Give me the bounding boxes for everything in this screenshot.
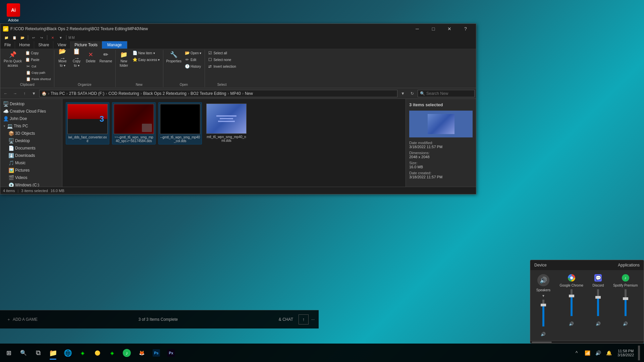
- speakers-mute-button[interactable]: 🔊: [541, 332, 546, 337]
- taskbar-photoshop[interactable]: Ps: [149, 346, 164, 360]
- new-item-button[interactable]: 📄 New item ▾: [131, 50, 161, 56]
- tray-network-icon[interactable]: 📶: [583, 346, 592, 360]
- nav-item-pictures[interactable]: 🖼️ Pictures: [0, 167, 62, 174]
- spotify-thumb[interactable]: [623, 297, 628, 300]
- nav-item-3d-objects[interactable]: 📦 3D Objects: [0, 130, 62, 137]
- tray-battery-icon[interactable]: 🔔: [604, 346, 613, 360]
- path-cod-retexturing[interactable]: COD Retexturing: [108, 91, 139, 96]
- select-all-button[interactable]: ☑ Select all: [206, 50, 228, 56]
- spotify-mute-button[interactable]: 🔊: [623, 321, 628, 326]
- select-none-button[interactable]: ☐ Select none: [206, 57, 232, 63]
- path-this-pc[interactable]: This PC: [51, 91, 65, 96]
- tray-volume-icon[interactable]: 🔊: [593, 346, 603, 360]
- add-game-button[interactable]: ＋ ADD A GAME: [4, 315, 40, 324]
- speakers-thumb[interactable]: [541, 304, 546, 306]
- taskbar-photoshop2[interactable]: Px: [164, 346, 178, 360]
- delete-button[interactable]: ✕ Delete: [84, 50, 97, 64]
- discord-slider[interactable]: [597, 289, 599, 316]
- file-item-dds3[interactable]: mtl_t6_wpn_smg_mp40_nml.dds: [205, 102, 248, 144]
- search-box[interactable]: 🔍: [418, 90, 475, 97]
- taskbar-razer[interactable]: ◈: [75, 346, 90, 360]
- taskbar-edge[interactable]: 🌐: [60, 346, 75, 360]
- nav-item-desktop-sub[interactable]: 🖥️ Desktop: [0, 137, 62, 144]
- maximize-button[interactable]: □: [426, 24, 441, 34]
- minimize-button[interactable]: ─: [410, 24, 425, 34]
- clock-area[interactable]: 11:58 PM 3/18/2022: [615, 349, 637, 357]
- refresh-button[interactable]: ↻: [408, 89, 416, 98]
- back-button[interactable]: ←: [2, 89, 10, 98]
- close-button[interactable]: ✕: [442, 24, 457, 34]
- scroll-thumb[interactable]: [532, 342, 552, 343]
- discord-mute-button[interactable]: 🔊: [596, 321, 601, 326]
- taskbar-search-button[interactable]: 🔍: [16, 346, 31, 360]
- pin-to-quick-access-button[interactable]: 📌 Pin to Quick access: [2, 50, 23, 68]
- path-new[interactable]: New: [245, 91, 253, 96]
- nav-item-music[interactable]: 🎵 Music: [0, 159, 62, 167]
- address-dropdown-button[interactable]: ▼: [399, 89, 407, 98]
- nav-item-windows-c[interactable]: 💿 Windows (C:): [0, 181, 62, 187]
- tab-file[interactable]: File: [0, 41, 15, 49]
- start-button[interactable]: ⊞: [1, 346, 16, 360]
- taskbar-overwolf[interactable]: 🦊: [134, 346, 149, 360]
- open-button[interactable]: 📂 Open ▾: [183, 50, 203, 56]
- move-to-button[interactable]: 📂→ Move to ▾: [56, 50, 69, 68]
- chrome-slider[interactable]: [571, 289, 573, 316]
- copy-button[interactable]: 📋 Copy: [24, 50, 52, 56]
- copy-path-button[interactable]: 📋 Copy path: [24, 70, 52, 76]
- speakers-dropdown[interactable]: ▼: [542, 294, 545, 298]
- tab-share[interactable]: Share: [34, 41, 53, 49]
- show-desktop-button[interactable]: [638, 346, 640, 360]
- taskbar-file-explorer[interactable]: 📁: [46, 346, 60, 360]
- history-button[interactable]: 🕐 History: [183, 63, 203, 69]
- spotify-slider[interactable]: [625, 289, 627, 316]
- chrome-mute-button[interactable]: 🔊: [569, 321, 574, 326]
- file-item-dds2[interactable]: --gmtl_t6_wpn_smg_mp40_col.dds: [158, 102, 202, 144]
- properties-button[interactable]: 🔧 Properties: [165, 50, 183, 64]
- nav-item-downloads[interactable]: ⬇️ Downloads: [0, 152, 62, 159]
- taskbar-spotify[interactable]: ♪: [119, 346, 134, 360]
- nav-item-videos[interactable]: 🎬 Videos: [0, 174, 62, 181]
- up-button[interactable]: ↑: [20, 89, 29, 98]
- qa-more[interactable]: ▼: [57, 35, 64, 41]
- new-folder-button[interactable]: 📁 New folder: [117, 50, 130, 68]
- path-bo2-texture[interactable]: BO2 Texture Editing: [191, 91, 226, 96]
- taskbar-razer2[interactable]: ◈: [105, 346, 119, 360]
- nav-item-documents[interactable]: 📄 Documents: [0, 144, 62, 152]
- qa-properties[interactable]: 📋: [11, 35, 18, 41]
- nav-item-desktop[interactable]: 🖥️ Desktop: [0, 100, 62, 108]
- files-container[interactable]: iwi_dds_fast_converter.exe ~~-gmtl_t6_wp…: [62, 99, 406, 187]
- tray-show-hidden-button[interactable]: ^: [572, 346, 581, 360]
- chat-button[interactable]: & CHAT: [276, 316, 296, 323]
- edit-button[interactable]: ✏ Edit: [183, 57, 203, 63]
- help-button[interactable]: ?: [458, 24, 473, 34]
- taskbar-guilded[interactable]: 🟡: [90, 346, 105, 360]
- paste-shortcut-button[interactable]: 📋 Paste shortcut: [24, 76, 52, 82]
- volume-scrollbar[interactable]: [530, 341, 644, 343]
- easy-access-button[interactable]: ⭐ Easy access ▾: [131, 57, 161, 63]
- tab-manage[interactable]: Manage: [102, 41, 127, 49]
- qa-folder-icon[interactable]: 📁: [3, 35, 10, 41]
- discord-thumb[interactable]: [595, 296, 601, 299]
- qa-new-folder[interactable]: 📂: [19, 35, 26, 41]
- search-input[interactable]: [426, 91, 477, 96]
- path-mp40[interactable]: MP40: [230, 91, 241, 96]
- address-path[interactable]: 🏠 › This PC › 2TB SATA HDD (F:) › COD Re…: [39, 90, 397, 97]
- path-bo2-retexturing[interactable]: Black Ops 2 Retexturing: [143, 91, 186, 96]
- file-item-dds1[interactable]: ~~-gmtl_t6_wpn_smg_mp40_spc-r~56174584.d…: [112, 102, 156, 144]
- qa-redo[interactable]: ↪: [38, 35, 45, 41]
- forward-button[interactable]: →: [11, 89, 19, 98]
- share-button[interactable]: ↑: [299, 314, 309, 324]
- nav-item-this-pc[interactable]: ▼ 💻 This PC: [0, 122, 62, 130]
- overlay-more-button[interactable]: ···: [311, 317, 315, 322]
- nav-item-john-doe[interactable]: 👤 John Doe: [0, 115, 62, 122]
- path-2tb-hdd[interactable]: 2TB SATA HDD (F:): [69, 91, 105, 96]
- adobe-desktop-icon[interactable]: Ai Adobe: [3, 3, 23, 22]
- paste-button[interactable]: 📋 Paste: [24, 57, 52, 63]
- tab-home[interactable]: Home: [15, 41, 34, 49]
- nav-item-creative-cloud[interactable]: ☁️ Creative Cloud Files: [0, 108, 62, 115]
- invert-selection-button[interactable]: ⇄ Invert selection: [206, 63, 237, 69]
- speakers-slider[interactable]: [542, 300, 544, 326]
- recent-locations-button[interactable]: ▼: [30, 89, 38, 98]
- taskbar-task-view[interactable]: ⧉: [31, 346, 46, 360]
- copy-to-button[interactable]: 📋→ Copy to ▾: [70, 50, 83, 68]
